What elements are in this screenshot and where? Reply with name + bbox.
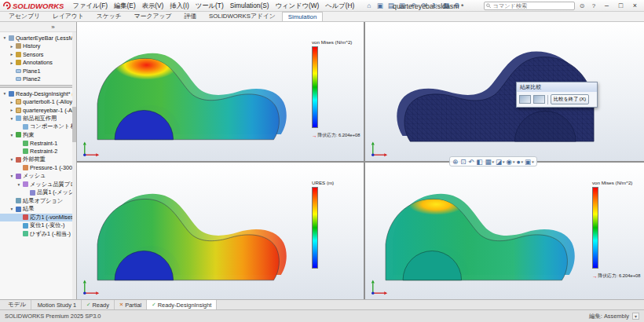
tree-item[interactable]: ▾ Ready-DesignInsight* (-LessMaterial-)*	[0, 90, 76, 98]
tree-item[interactable]: Restraint-1	[0, 139, 76, 148]
compare-thumbnail-2[interactable]	[533, 95, 545, 104]
tree-item[interactable]: Restraint-2	[0, 148, 76, 156]
help-icon[interactable]: ?	[589, 2, 598, 9]
restore-button[interactable]: □	[615, 2, 627, 9]
end-compare-button[interactable]: 比較を終了 (X)	[551, 94, 589, 104]
study-tab[interactable]: ✓ Ready-DesignInsight	[147, 300, 217, 309]
viewport-displacement[interactable]: URES (m)	[77, 163, 364, 299]
commandmanager-tab[interactable]: SOLIDWORKSアドイン	[203, 10, 282, 21]
orientation-triad	[81, 140, 100, 159]
tree-caret-icon[interactable]: ▾	[16, 182, 21, 187]
study-tab[interactable]: ✓ Ready	[82, 300, 115, 309]
commandmanager-tab[interactable]: スケッチ	[90, 10, 128, 21]
configurationmanager-tab-icon[interactable]	[21, 24, 28, 31]
menu-item[interactable]: 挿入(I)	[166, 2, 192, 10]
legend-title: von Mises (N/m^2)	[592, 180, 642, 185]
tree-caret-icon[interactable]: ▾	[2, 35, 7, 40]
tree-item[interactable]: ▾ 部品相互作用	[0, 115, 76, 123]
tree-item[interactable]: 応力1 (-vonMises-)	[0, 214, 76, 222]
tree-item-icon	[16, 132, 21, 137]
tree-item[interactable]: ▸ quarterbolt-1 (-Alloy Steel-)	[0, 98, 76, 107]
tree-item[interactable]: 変位1 (-変位-)	[0, 221, 76, 230]
tree-scrollbar-thumb[interactable]	[72, 107, 76, 142]
view-orientation-icon[interactable]: ▦▾	[485, 158, 494, 166]
viewport-splitter-horizontal[interactable]	[77, 161, 644, 163]
tree-item[interactable]: ▾ 結果	[0, 205, 76, 214]
menu-item[interactable]: 表示(V)	[139, 2, 167, 10]
panel-expand-icon[interactable]: »	[49, 24, 57, 31]
study-tab[interactable]: ✕ Partial	[115, 300, 147, 309]
menu-item[interactable]: ウィンドウ(W)	[272, 2, 322, 10]
tree-item[interactable]: Plane2	[0, 75, 76, 84]
displacement-model[interactable]	[80, 175, 306, 296]
tree-item[interactable]: ▸ Sensors	[0, 50, 76, 59]
close-button[interactable]: ×	[629, 2, 641, 9]
tree-item-icon	[23, 124, 28, 130]
viewport-stress-vonmises[interactable]: von Mises (N/m^2) → 降伏応力: 6.204e+08	[77, 22, 364, 161]
commandmanager-tab[interactable]: 評価	[177, 10, 203, 21]
vonmises-model[interactable]	[80, 35, 306, 156]
tree-item[interactable]: ▾ メッシュ品質プロット	[0, 181, 76, 189]
tree-item[interactable]: ▾ 外部荷重	[0, 156, 76, 164]
tree-splitter[interactable]	[0, 85, 76, 88]
propertymanager-tab-icon[interactable]	[12, 24, 19, 31]
tree-item[interactable]: Plane1	[0, 67, 76, 75]
tree-caret-icon[interactable]: ▸	[9, 100, 14, 104]
hide-show-icon[interactable]: ◉▾	[507, 158, 515, 166]
tree-item[interactable]: ▸ Annotations	[0, 59, 76, 68]
tree-caret-icon[interactable]: ▾	[9, 174, 14, 178]
menu-item[interactable]: 編集(E)	[111, 2, 139, 10]
tree-caret-icon[interactable]: ▾	[2, 91, 7, 96]
compare-thumbnail-1[interactable]	[519, 95, 531, 104]
tree-item[interactable]: ▸ History	[0, 42, 76, 51]
menu-item[interactable]: Simulation(S)	[227, 2, 273, 10]
menu-item[interactable]: ファイル(F)	[69, 2, 111, 10]
menu-item[interactable]: ヘルプ(H)	[322, 2, 357, 10]
tree-caret-icon[interactable]: ▸	[9, 52, 14, 57]
tree-item[interactable]: Pressure-1 (-300 psi-)	[0, 164, 76, 173]
tree-caret-icon[interactable]: ▾	[9, 116, 14, 121]
tree-item[interactable]: ▾ QuarterEyeBar (LessMaterial)<<Less	[0, 34, 76, 42]
open-icon[interactable]: ▣	[375, 1, 385, 10]
commandmanager-tab[interactable]: アセンブリ	[2, 10, 46, 21]
appearance-icon[interactable]: ●▾	[516, 158, 523, 166]
vonmises-insight-model[interactable]	[368, 175, 595, 296]
tree-caret-icon[interactable]: ▾	[9, 157, 14, 162]
commandmanager-tab[interactable]: Simulation	[282, 12, 323, 21]
status-options-icon[interactable]: ▾	[632, 313, 639, 320]
home-icon[interactable]: ⌂	[364, 1, 374, 10]
zoom-area-icon[interactable]: ⊡	[460, 158, 467, 166]
study-tab[interactable]: モデル	[2, 300, 31, 309]
tree-item[interactable]: ▾ メッシュ	[0, 172, 76, 181]
command-search[interactable]	[484, 2, 575, 10]
tree-item[interactable]: 品質1 (-メッシュ-)	[0, 188, 76, 197]
user-account-icon[interactable]: ⊙	[577, 2, 587, 9]
scene-icon[interactable]: ▣▾	[525, 158, 534, 166]
tree-item[interactable]: ▾ 拘束	[0, 131, 76, 140]
commandmanager-tab[interactable]: レイアウト	[46, 10, 90, 21]
tree-item[interactable]: 結果オプション	[0, 197, 76, 206]
tree-caret-icon[interactable]: ▾	[9, 207, 14, 211]
minimize-button[interactable]: –	[601, 2, 613, 9]
tree-caret-icon[interactable]: ▸	[9, 108, 14, 112]
tree-item[interactable]: ▸ quartereyebar-1 (-Alloy Steel-)	[0, 106, 76, 115]
menu-item[interactable]: ツール(T)	[192, 2, 227, 10]
tree-item[interactable]: ひずみ1 (-相当-)	[0, 230, 76, 239]
tree-scrollbar[interactable]	[72, 32, 76, 299]
dimxpertmanager-tab-icon[interactable]	[31, 24, 38, 31]
viewport-stress-designinsight[interactable]: von Mises (N/m^2) → 降伏応力: 6.204e+08	[365, 163, 644, 299]
displaymanager-tab-icon[interactable]	[40, 24, 47, 31]
command-search-input[interactable]	[492, 2, 573, 9]
section-view-icon[interactable]: ◧	[476, 158, 483, 166]
featuremanager-tab-icon[interactable]	[2, 24, 9, 31]
tree-item[interactable]: コンポーネント相互作用	[0, 123, 76, 131]
tree-caret-icon[interactable]: ▾	[9, 133, 14, 137]
study-tab[interactable]: Motion Study 1	[31, 300, 82, 309]
zoom-fit-icon[interactable]: ⊕	[452, 158, 459, 166]
commandmanager-tab[interactable]: マークアップ	[128, 10, 178, 21]
viewport-mesh[interactable]: 結果比較 比較を終了 (X)	[365, 22, 644, 161]
display-style-icon[interactable]: ◪▾	[496, 158, 505, 166]
tree-caret-icon[interactable]: ▸	[9, 60, 14, 65]
previous-view-icon[interactable]: ↶	[468, 158, 474, 166]
tree-caret-icon[interactable]: ▸	[9, 44, 14, 49]
